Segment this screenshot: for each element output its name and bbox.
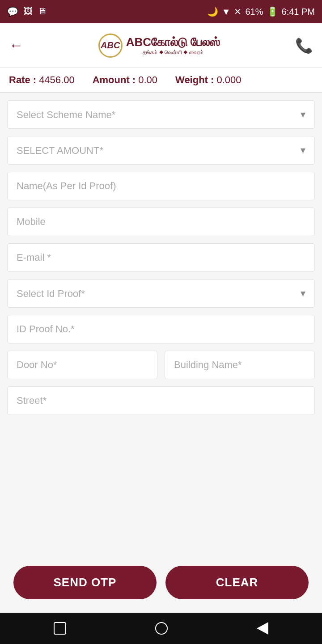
brand-name: ABCகோல்டு பேலஸ் (126, 35, 220, 49)
circle-nav-icon[interactable] (155, 622, 168, 635)
building-name-input[interactable] (174, 359, 305, 371)
chevron-down-icon: ▾ (301, 288, 305, 299)
rate-bar: Rate : 4456.00 Amount : 0.00 Weight : 0.… (0, 68, 322, 93)
amount-label: Amount : (93, 74, 136, 86)
gallery-icon: 🖼 (24, 6, 33, 17)
logo-text: ABCகோல்டு பேலஸ் தங்கம் ◆ வெள்ளி ◆ வைரம் (126, 35, 220, 55)
tagline: தங்கம் ◆ வெள்ளி ◆ வைரம் (126, 49, 220, 55)
scheme-name-dropdown[interactable]: Select Scheme Name* ▾ (7, 100, 315, 129)
logo-container: ABC ABCகோல்டு பேலஸ் தங்கம் ◆ வெள்ளி ◆ வை… (98, 34, 220, 58)
name-field-container[interactable] (7, 172, 315, 200)
back-nav-icon[interactable] (257, 622, 268, 635)
id-proof-select[interactable]: Select Id Proof* (17, 288, 301, 299)
id-proof-dropdown[interactable]: Select Id Proof* ▾ (7, 279, 315, 308)
select-amount-dropdown[interactable]: SELECT AMOUNT* ▾ (7, 136, 315, 165)
mobile-input[interactable] (17, 216, 305, 228)
screen-icon: 🖥 (38, 6, 47, 17)
signal-off-icon: ✕ (234, 6, 242, 17)
door-no-field-container[interactable] (7, 351, 157, 379)
status-right-info: 🌙 ▼ ✕ 61% 🔋 6:41 PM (207, 6, 315, 17)
street-field-container[interactable] (7, 386, 315, 415)
mobile-field-container[interactable] (7, 208, 315, 236)
amount-item: Amount : 0.00 (93, 74, 157, 86)
wifi-icon: ▼ (222, 7, 231, 17)
weight-label: Weight : (175, 74, 214, 86)
battery-icon: 🔋 (267, 6, 278, 17)
form-area: Select Scheme Name* ▾ SELECT AMOUNT* ▾ S… (0, 93, 322, 557)
square-nav-icon[interactable] (54, 622, 66, 635)
time-display: 6:41 PM (282, 7, 315, 17)
status-bar: 💬 🖼 🖥 🌙 ▼ ✕ 61% 🔋 6:41 PM (0, 0, 322, 23)
chevron-down-icon: ▾ (301, 144, 305, 156)
name-input[interactable] (17, 180, 305, 192)
id-proof-no-field-container[interactable] (7, 315, 315, 343)
weight-value: 0.000 (216, 74, 241, 86)
battery-text: 61% (245, 7, 263, 17)
header: ← ABC ABCகோல்டு பேலஸ் தங்கம் ◆ வெள்ளி ◆ … (0, 23, 322, 68)
rate-label: Rate : (9, 74, 36, 86)
back-button[interactable]: ← (9, 37, 23, 54)
scheme-name-select[interactable]: Select Scheme Name* (17, 109, 301, 120)
door-no-input[interactable] (17, 359, 148, 371)
select-amount-select[interactable]: SELECT AMOUNT* (17, 145, 301, 156)
bottom-buttons: SEND OTP CLEAR (0, 557, 322, 613)
weight-item: Weight : 0.000 (175, 74, 241, 86)
chevron-down-icon: ▾ (301, 109, 305, 120)
whatsapp-icon: 💬 (7, 6, 18, 17)
address-row (7, 351, 315, 379)
logo-abc: ABC (101, 40, 120, 51)
amount-value: 0.00 (138, 74, 157, 86)
android-nav-bar (0, 613, 322, 644)
id-proof-no-input[interactable] (17, 323, 305, 335)
clear-button[interactable]: CLEAR (165, 566, 309, 599)
email-field-container[interactable] (7, 243, 315, 272)
phone-button[interactable]: 📞 (295, 37, 313, 54)
status-left-icons: 💬 🖼 🖥 (7, 6, 47, 17)
send-otp-button[interactable]: SEND OTP (13, 566, 157, 599)
street-input[interactable] (17, 395, 305, 407)
rate-value: 4456.00 (39, 74, 75, 86)
email-input[interactable] (17, 252, 305, 263)
phone-icon: 📞 (295, 38, 313, 54)
logo-circle: ABC (98, 34, 123, 58)
back-icon: ← (9, 37, 23, 53)
moon-icon: 🌙 (207, 6, 218, 17)
rate-item: Rate : 4456.00 (9, 74, 75, 86)
building-name-field-container[interactable] (165, 351, 315, 379)
